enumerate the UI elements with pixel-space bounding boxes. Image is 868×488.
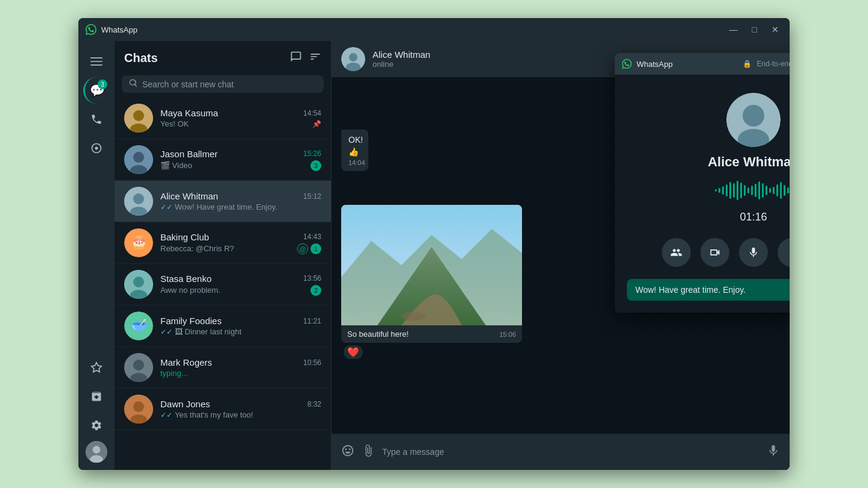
chat-name-row: Dawn Jones 8:32	[160, 399, 321, 409]
sidebar-icon-chats[interactable]: 💬 3	[83, 77, 110, 104]
call-contact-name: Alice Whitman	[708, 154, 790, 170]
svg-point-16	[133, 193, 144, 204]
chat-preview: ✓✓🖼 Dinner last night	[160, 327, 321, 336]
chat-header-avatar[interactable]	[341, 47, 365, 71]
svg-point-10	[133, 110, 144, 121]
waveform-bar	[751, 186, 753, 195]
waveform-bar	[766, 186, 767, 195]
waveform-bar	[737, 181, 738, 200]
chat-item-family[interactable]: 🥣 Family Foodies 11:21 ✓✓🖼 Dinner last n…	[115, 305, 331, 347]
landscape-image	[341, 205, 522, 325]
svg-rect-1	[90, 61, 102, 62]
call-waveform	[715, 180, 790, 201]
chat-time: 8:32	[307, 400, 321, 408]
svg-point-26	[133, 360, 144, 371]
waveform-bar	[758, 181, 760, 199]
lock-icon: 🔒	[743, 60, 752, 68]
svg-point-39	[743, 105, 764, 127]
chat-preview: Rebecca: @Chris R?	[160, 244, 297, 253]
svg-text:🎂: 🎂	[131, 234, 148, 250]
svg-text:🥣: 🥣	[131, 317, 148, 333]
search-input-wrap[interactable]	[122, 75, 324, 93]
chat-preview-row: Aww no problem. 2	[160, 285, 321, 296]
chat-time: 13:56	[303, 274, 321, 283]
sidebar-icon-archive[interactable]	[83, 383, 110, 410]
chat-preview-row: ✓✓Yes that's my fave too!	[160, 410, 321, 419]
chat-name: Dawn Jones	[160, 399, 210, 409]
minimize-button[interactable]: —	[726, 23, 741, 36]
app-title: WhatsApp	[101, 25, 726, 34]
close-button[interactable]: ✕	[768, 23, 782, 36]
sidebar-icon-calls[interactable]	[83, 106, 110, 133]
chat-item-dawn[interactable]: Dawn Jones 8:32 ✓✓Yes that's my fave too…	[115, 389, 331, 430]
image-block	[341, 205, 522, 325]
call-overlay-header: WhatsApp 🔒 End-to-end endcrypted — □ ✕	[615, 53, 790, 75]
waveform-bar	[715, 189, 717, 192]
chat-item-baking[interactable]: 🎂 Baking Club 14:43 Rebecca: @Chris R? @	[115, 222, 331, 264]
add-person-button[interactable]	[662, 238, 691, 267]
emoji-button[interactable]	[341, 444, 354, 460]
encrypt-label: End-to-end endcrypted	[756, 60, 790, 68]
filter-button[interactable]	[309, 51, 321, 66]
chat-time: 14:43	[303, 233, 321, 241]
user-avatar[interactable]	[86, 441, 107, 463]
sidebar-icon-menu[interactable]	[83, 48, 110, 75]
message-input[interactable]	[382, 447, 760, 457]
chat-item-jason[interactable]: Jason Ballmer 15:26 🎬 Video 3	[115, 139, 331, 181]
avatar-mark	[124, 353, 153, 382]
sidebar-icon-settings[interactable]	[83, 412, 110, 439]
whatsapp-logo-icon	[86, 24, 96, 35]
svg-point-29	[133, 401, 144, 412]
chat-preview: ✓✓Wow! Have great time. Enjoy.	[160, 202, 321, 211]
chat-info-stasa: Stasa Benko 13:56 Aww no problem. 2	[160, 274, 321, 296]
avatar-dawn	[124, 395, 153, 424]
chat-item-mark[interactable]: Mark Rogers 10:56 typing...	[115, 347, 331, 389]
unread-badge: 2	[310, 285, 321, 296]
sidebar-icon-status[interactable]	[83, 135, 110, 161]
chat-info-jason: Jason Ballmer 15:26 🎬 Video 3	[160, 149, 321, 171]
svg-rect-0	[90, 57, 102, 58]
more-options-button[interactable]	[778, 238, 790, 267]
mute-button[interactable]	[739, 238, 768, 267]
icon-sidebar: 💬 3	[78, 41, 115, 470]
attach-button[interactable]	[362, 444, 375, 460]
title-bar: WhatsApp — □ ✕	[78, 18, 790, 41]
incoming-bubble: OK! 👍 14:04	[341, 130, 368, 171]
chat-item-stasa[interactable]: Stasa Benko 13:56 Aww no problem. 2	[115, 264, 331, 305]
avatar-family: 🥣	[124, 311, 153, 340]
caption-text: So beautiful here!	[347, 329, 409, 340]
chats-title: Chats	[124, 51, 158, 65]
video-call-toggle-button[interactable]	[700, 238, 729, 267]
mention-badge: @	[297, 243, 308, 254]
chat-info-dawn: Dawn Jones 8:32 ✓✓Yes that's my fave too…	[160, 399, 321, 419]
sidebar-icon-starred[interactable]	[83, 354, 110, 381]
maximize-button[interactable]: □	[749, 23, 761, 36]
chat-info-maya: Maya Kasuma 14:54 Yes! OK 📌	[160, 108, 321, 128]
voice-button[interactable]	[767, 444, 780, 460]
svg-point-37	[401, 311, 426, 321]
message-time: 15:06	[499, 331, 516, 338]
call-overlay: WhatsApp 🔒 End-to-end endcrypted — □ ✕ A…	[615, 53, 790, 313]
waveform-bar	[719, 188, 720, 193]
search-input[interactable]	[142, 80, 316, 89]
chat-time: 15:26	[303, 149, 321, 158]
chat-name-row: Maya Kasuma 14:54	[160, 108, 321, 118]
image-caption: So beautiful here! 15:06	[341, 325, 522, 342]
sidebar-bottom	[83, 354, 110, 463]
chat-name: Alice Whitman	[160, 191, 218, 201]
message-time: 14:04	[348, 159, 361, 166]
app-window: WhatsApp — □ ✕ 💬 3	[78, 18, 790, 470]
new-chat-button[interactable]	[290, 51, 302, 66]
chat-item-maya[interactable]: Maya Kasuma 14:54 Yes! OK 📌	[115, 98, 331, 139]
reaction-bubble: ❤️	[344, 345, 363, 359]
chat-info-family: Family Foodies 11:21 ✓✓🖼 Dinner last nig…	[160, 316, 321, 336]
chat-name-row: Mark Rogers 10:56	[160, 357, 321, 368]
waveform-bar	[784, 185, 785, 196]
chat-item-alice[interactable]: Alice Whitman 15:12 ✓✓Wow! Have great ti…	[115, 181, 331, 222]
avatar-alice	[124, 187, 153, 216]
svg-marker-5	[92, 363, 102, 372]
avatar-maya	[124, 104, 153, 133]
waveform-bar	[773, 187, 775, 194]
chat-name-row: Stasa Benko 13:56	[160, 274, 321, 284]
chat-main: Alice Whitman online	[332, 41, 790, 470]
